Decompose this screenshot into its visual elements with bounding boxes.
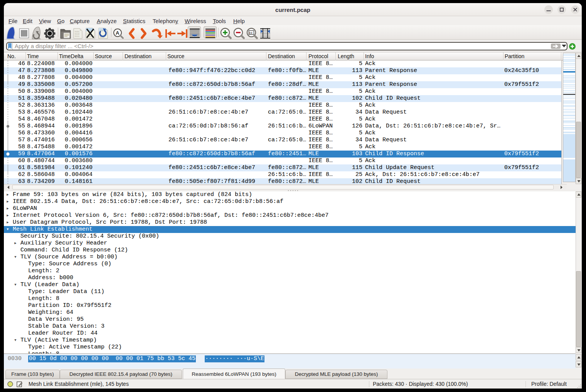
svg-text:0111: 0111	[75, 35, 79, 38]
svg-text:I:I: I:I	[249, 31, 252, 35]
svg-text:A: A	[116, 30, 120, 36]
